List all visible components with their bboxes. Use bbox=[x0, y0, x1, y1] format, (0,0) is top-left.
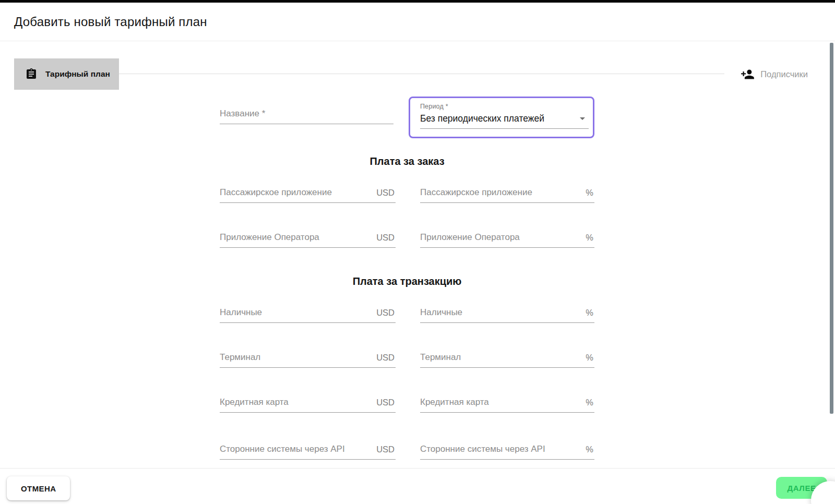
fee-percent-input[interactable] bbox=[420, 187, 581, 202]
dialog-content: Период * Без периодических платежей Плат… bbox=[0, 91, 814, 468]
fee-usd-input[interactable] bbox=[220, 444, 372, 459]
percent-suffix: % bbox=[581, 233, 594, 247]
percent-suffix: % bbox=[581, 308, 594, 322]
chevron-down-icon bbox=[576, 112, 589, 125]
percent-suffix: % bbox=[581, 398, 594, 412]
fee-percent-input[interactable] bbox=[420, 232, 581, 247]
fee-percent-field[interactable]: % bbox=[420, 224, 594, 248]
currency-suffix: USD bbox=[372, 398, 396, 412]
fee-percent-input[interactable] bbox=[420, 444, 581, 459]
name-field[interactable] bbox=[220, 100, 393, 124]
fee-row-cash: USD % bbox=[220, 299, 594, 323]
scrollbar-thumb[interactable] bbox=[830, 43, 833, 414]
fee-usd-input[interactable] bbox=[220, 232, 372, 247]
period-label: Период * bbox=[420, 103, 589, 110]
fee-percent-field[interactable]: % bbox=[420, 344, 594, 368]
name-input[interactable] bbox=[220, 109, 393, 124]
percent-suffix: % bbox=[581, 188, 594, 202]
step-label-subscribers: Подписчики bbox=[760, 69, 808, 79]
currency-suffix: USD bbox=[372, 353, 396, 367]
fee-row-passenger-app: USD % bbox=[220, 179, 594, 203]
fee-percent-field[interactable]: % bbox=[420, 179, 594, 203]
fee-usd-field[interactable]: USD bbox=[220, 179, 396, 203]
fee-usd-field[interactable]: USD bbox=[220, 224, 396, 248]
fee-usd-input[interactable] bbox=[220, 307, 372, 322]
stepper-connector-line bbox=[119, 74, 724, 74]
person-add-icon bbox=[741, 67, 755, 81]
period-value: Без периодических платежей bbox=[420, 113, 544, 124]
period-select[interactable]: Период * Без периодических платежей bbox=[409, 97, 594, 138]
clipboard-icon bbox=[25, 68, 38, 80]
dialog-footer: ОТМЕНА ДАЛЕЕ bbox=[0, 468, 835, 504]
percent-suffix: % bbox=[581, 445, 594, 459]
currency-suffix: USD bbox=[372, 233, 396, 247]
fee-usd-input[interactable] bbox=[220, 352, 372, 367]
period-value-row: Без периодических платежей bbox=[420, 110, 589, 129]
dialog-header: Добавить новый тарифный план bbox=[0, 3, 835, 41]
fee-usd-field[interactable]: USD bbox=[220, 389, 396, 413]
currency-suffix: USD bbox=[372, 445, 396, 459]
currency-suffix: USD bbox=[372, 308, 396, 322]
fee-row-operator-app: USD % bbox=[220, 224, 594, 248]
stepper-step-tariff-plan[interactable]: Тарифный план bbox=[14, 58, 119, 90]
fee-percent-field[interactable]: % bbox=[420, 389, 594, 413]
tariff-plan-form: Период * Без периодических платежей Плат… bbox=[220, 91, 594, 460]
stepper: Тарифный план Подписчики bbox=[0, 58, 835, 90]
section-title-transaction-fee: Плата за транзакцию bbox=[220, 274, 594, 289]
dialog-title: Добавить новый тарифный план bbox=[14, 15, 207, 29]
fee-percent-field[interactable]: % bbox=[420, 436, 594, 460]
fee-usd-field[interactable]: USD bbox=[220, 436, 396, 460]
name-period-row: Период * Без периодических платежей bbox=[220, 91, 594, 138]
fee-usd-input[interactable] bbox=[220, 397, 372, 412]
fee-percent-input[interactable] bbox=[420, 307, 581, 322]
stepper-step-subscribers[interactable]: Подписчики bbox=[741, 58, 808, 90]
fee-percent-field[interactable]: % bbox=[420, 299, 594, 323]
fee-row-third-party-api: USD % bbox=[220, 436, 594, 460]
fee-usd-field[interactable]: USD bbox=[220, 344, 396, 368]
currency-suffix: USD bbox=[372, 188, 396, 202]
section-title-order-fee: Плата за заказ bbox=[220, 154, 594, 169]
fee-usd-input[interactable] bbox=[220, 187, 372, 202]
step-label-tariff-plan: Тарифный план bbox=[45, 69, 110, 79]
fee-row-credit-card: USD % bbox=[220, 389, 594, 413]
fee-row-terminal: USD % bbox=[220, 344, 594, 368]
percent-suffix: % bbox=[581, 353, 594, 367]
fee-percent-input[interactable] bbox=[420, 397, 581, 412]
add-tariff-plan-dialog: Добавить новый тарифный план Тарифный пл… bbox=[0, 0, 835, 504]
fee-percent-input[interactable] bbox=[420, 352, 581, 367]
cancel-button[interactable]: ОТМЕНА bbox=[7, 476, 70, 500]
fee-usd-field[interactable]: USD bbox=[220, 299, 396, 323]
